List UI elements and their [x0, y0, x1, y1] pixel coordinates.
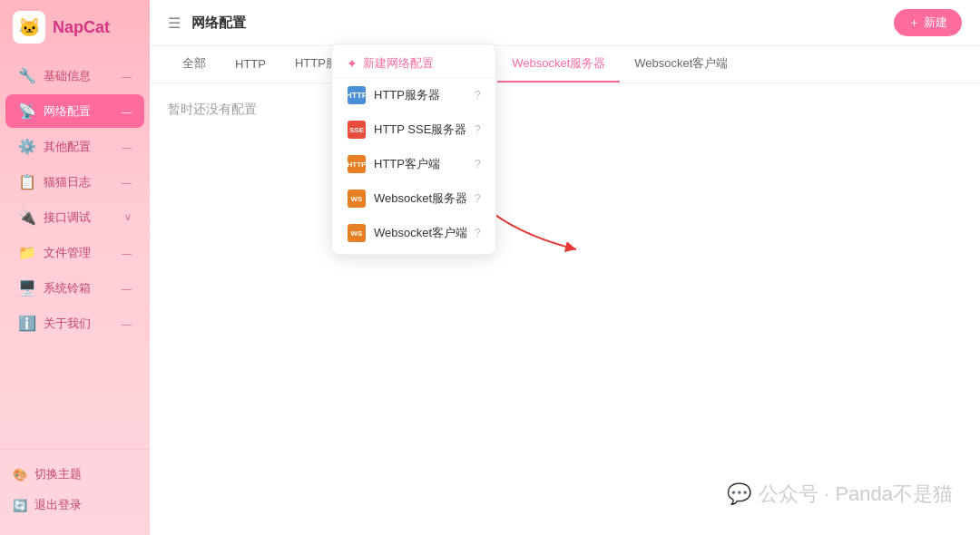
sidebar-item-cat-log[interactable]: 📋 猫猫日志 —: [5, 165, 144, 199]
switch-theme-label: 切换主题: [34, 466, 82, 482]
network-config-arrow: —: [122, 106, 132, 117]
dropdown-help-ws-client: ?: [475, 227, 481, 239]
about-us-arrow: —: [122, 318, 132, 329]
sidebar-item-about-us[interactable]: ℹ️ 关于我们 —: [5, 306, 144, 340]
dropdown-help-http-server: ?: [475, 89, 481, 102]
sidebar-label-sys-update: 系统铃箱: [44, 280, 114, 297]
cat-log-icon: 📋: [18, 173, 36, 190]
dropdown-help-http-sse: ?: [475, 123, 481, 136]
http-client-icon: HTTP: [347, 154, 367, 174]
sidebar-label-api-debug: 接口调试: [44, 209, 117, 226]
sidebar-label-basic-info: 基础信息: [44, 68, 114, 84]
tab-ws-client[interactable]: Websocket客户端: [620, 46, 742, 83]
app-logo: 🐱 NapCat: [0, 0, 150, 54]
api-debug-icon: 🔌: [18, 209, 36, 226]
sys-update-arrow: —: [122, 283, 132, 294]
dropdown-label-http-server: HTTP服务器: [374, 87, 467, 103]
watermark-text: 公众号 · Panda不是猫: [759, 481, 953, 508]
app-name: NapCat: [53, 18, 110, 37]
sidebar-label-cat-log: 猫猫日志: [44, 174, 114, 190]
other-config-icon: ⚙️: [18, 138, 36, 155]
sidebar-label-about-us: 关于我们: [44, 316, 114, 332]
topbar: ☰ 网络配置 ＋ 新建: [150, 0, 980, 46]
http-sse-icon: SSE: [347, 120, 367, 140]
api-debug-arrow: ∨: [124, 211, 132, 223]
tabs-bar: 全部 HTTP HTTP服务器 HTTP SSE服务器 Websocket服务器…: [150, 46, 980, 83]
dropdown-item-http-server[interactable]: HTTP HTTP服务器 ?: [332, 78, 495, 112]
empty-text: 暂时还没有配置: [168, 102, 257, 116]
tab-http[interactable]: HTTP: [220, 48, 280, 82]
content-area: 暂时还没有配置: [150, 83, 980, 535]
sidebar-bottom: 🎨 切换主题 🔄 退出登录: [0, 449, 150, 535]
dropdown-title: 新建网络配置: [363, 55, 434, 72]
tab-all[interactable]: 全部: [168, 46, 220, 83]
new-button[interactable]: ＋ 新建: [894, 9, 962, 36]
sidebar-item-basic-info[interactable]: 🔧 基础信息 —: [5, 59, 144, 92]
logo-icon: 🐱: [13, 11, 45, 44]
other-config-arrow: —: [122, 141, 132, 152]
ws-client-dropdown-icon: WS: [347, 223, 367, 243]
logout-button[interactable]: 🔄 退出登录: [0, 490, 150, 520]
main-content: ☰ 网络配置 ＋ 新建 ✦ 新建网络配置 HTTP HTTP服务器 ? SSE …: [150, 0, 980, 535]
sidebar-label-network-config: 网络配置: [44, 103, 114, 120]
sidebar-nav: 🔧 基础信息 — 📡 网络配置 — ⚙️ 其他配置 — 📋 猫猫日志 — 🔌 接…: [0, 54, 150, 449]
logout-label: 退出登录: [34, 497, 82, 513]
dropdown-label-http-client: HTTP客户端: [374, 156, 467, 172]
sidebar-item-api-debug[interactable]: 🔌 接口调试 ∨: [5, 200, 144, 234]
ws-server-dropdown-icon: WS: [347, 189, 367, 209]
file-mgmt-arrow: —: [122, 248, 132, 258]
file-mgmt-icon: 📁: [18, 244, 36, 261]
sys-update-icon: 🖥️: [18, 279, 36, 297]
sidebar-label-file-mgmt: 文件管理: [44, 245, 114, 261]
watermark: 💬 公众号 · Panda不是猫: [727, 481, 953, 508]
dropdown-help-http-client: ?: [475, 158, 481, 170]
network-config-icon: 📡: [18, 102, 36, 120]
basic-info-arrow: —: [122, 71, 132, 82]
switch-theme-button[interactable]: 🎨 切换主题: [0, 459, 150, 490]
cat-log-arrow: —: [122, 177, 132, 188]
dropdown-item-ws-client[interactable]: WS Websocket客户端 ?: [332, 216, 495, 250]
logout-icon: 🔄: [13, 499, 27, 512]
sidebar-item-file-mgmt[interactable]: 📁 文件管理 —: [5, 236, 144, 269]
sidebar-item-other-config[interactable]: ⚙️ 其他配置 —: [5, 130, 144, 163]
dropdown-label-ws-client: Websocket客户端: [374, 225, 467, 241]
dropdown-label-ws-server: Websocket服务器: [374, 190, 467, 207]
dropdown-help-ws-server: ?: [475, 192, 481, 205]
dropdown-item-http-sse[interactable]: SSE HTTP SSE服务器 ?: [332, 112, 495, 147]
dropdown-label-http-sse: HTTP SSE服务器: [374, 122, 467, 138]
dropdown-header: ✦ 新建网络配置: [332, 48, 495, 78]
switch-theme-icon: 🎨: [13, 468, 27, 482]
dropdown-menu: ✦ 新建网络配置 HTTP HTTP服务器 ? SSE HTTP SSE服务器 …: [331, 44, 496, 255]
sidebar-item-network-config[interactable]: 📡 网络配置 —: [5, 94, 144, 128]
dropdown-item-ws-server[interactable]: WS Websocket服务器 ?: [332, 181, 495, 216]
sidebar-item-sys-update[interactable]: 🖥️ 系统铃箱 —: [5, 271, 144, 305]
plus-icon: ✦: [347, 56, 358, 71]
new-button-label: ＋ 新建: [908, 15, 947, 31]
wechat-icon: 💬: [727, 482, 751, 506]
sidebar: 🐱 NapCat 🔧 基础信息 — 📡 网络配置 — ⚙️ 其他配置 — 📋 猫…: [0, 0, 150, 535]
about-us-icon: ℹ️: [18, 315, 36, 332]
page-title: 网络配置: [191, 15, 883, 32]
sidebar-label-other-config: 其他配置: [44, 139, 114, 155]
menu-icon[interactable]: ☰: [168, 15, 181, 32]
basic-info-icon: 🔧: [18, 67, 36, 84]
tab-ws-server[interactable]: Websocket服务器: [497, 46, 620, 83]
dropdown-item-http-client[interactable]: HTTP HTTP客户端 ?: [332, 147, 495, 181]
http-server-icon: HTTP: [347, 85, 367, 105]
